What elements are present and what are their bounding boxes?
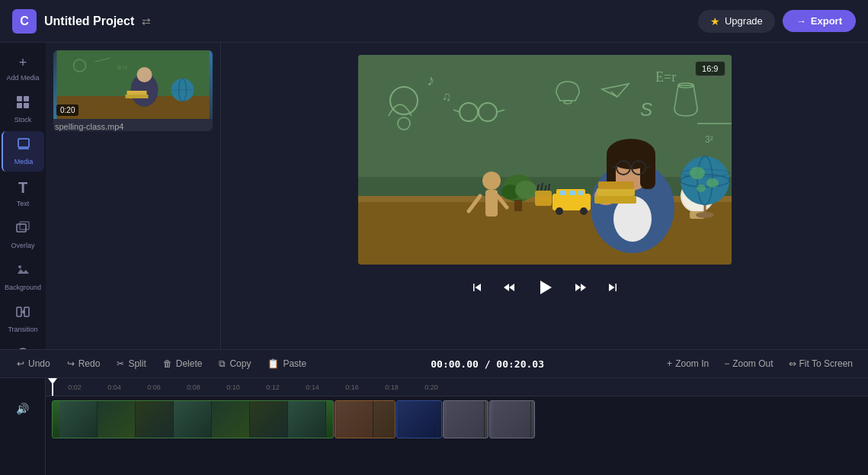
sidebar-item-logo[interactable]: Logo xyxy=(2,341,44,349)
sidebar-item-stock[interactable]: Stock xyxy=(2,89,44,130)
sidebar: + Add Media Stock Media xyxy=(0,43,46,349)
rename-icon[interactable]: ⇄ xyxy=(142,15,151,27)
sidebar-item-transition[interactable]: Transition xyxy=(2,299,44,339)
clip-thumb-6 xyxy=(250,401,288,438)
svg-rect-78 xyxy=(594,196,636,204)
sidebar-item-media[interactable]: Media xyxy=(2,131,44,172)
svg-marker-101 xyxy=(575,284,581,291)
thumbnail-preview: E=r 0:20 xyxy=(53,50,213,119)
split-button[interactable]: ✂ Split xyxy=(109,355,153,372)
timeline-main: 0:02 0:04 0:06 0:08 0:10 0:12 0:14 0:16 … xyxy=(46,378,868,475)
background-icon xyxy=(16,263,30,281)
aspect-ratio-badge: 16:9 xyxy=(695,61,725,76)
ruler-mark-0:12: 0:12 xyxy=(253,384,293,391)
delete-button[interactable]: 🗑 Delete xyxy=(155,355,210,372)
zoom-in-label: Zoom In xyxy=(675,358,709,369)
sidebar-item-label-text: Text xyxy=(17,200,30,207)
clip-thumbnails-4 xyxy=(447,401,485,438)
app-logo[interactable]: C xyxy=(12,9,37,34)
redo-button[interactable]: ↪ Redo xyxy=(59,355,108,372)
svg-point-93 xyxy=(697,185,706,192)
clip-thumbnails-2 xyxy=(335,401,395,438)
sidebar-item-add-media[interactable]: + Add Media xyxy=(2,49,44,88)
clip-thumb-5 xyxy=(212,401,250,438)
stock-icon xyxy=(16,95,30,113)
paste-icon: 📋 xyxy=(267,358,279,369)
clip-thumb-b1 xyxy=(400,401,438,438)
timeline-ruler: 0:02 0:04 0:06 0:08 0:10 0:12 0:14 0:16 … xyxy=(46,378,868,396)
sidebar-item-background[interactable]: Background xyxy=(2,257,44,297)
sidebar-item-overlay[interactable]: Overlay xyxy=(2,215,44,255)
zoom-out-button[interactable]: − Zoom Out xyxy=(718,355,779,372)
ruler-mark-0:08: 0:08 xyxy=(174,384,213,391)
paste-button[interactable]: 📋 Paste xyxy=(260,355,314,372)
copy-button[interactable]: ⧉ Copy xyxy=(211,355,258,372)
svg-point-91 xyxy=(690,167,705,179)
playhead[interactable] xyxy=(52,378,53,396)
redo-label: Redo xyxy=(78,358,101,369)
export-label: Export xyxy=(811,15,842,27)
play-button[interactable] xyxy=(531,274,559,301)
svg-point-20 xyxy=(137,67,152,82)
copy-label: Copy xyxy=(229,358,251,369)
ruler-mark-0:16: 0:16 xyxy=(332,384,372,391)
ruler-mark-0:20: 0:20 xyxy=(412,384,451,391)
current-time: 00:00.00 xyxy=(431,358,479,370)
timeline-left: 🔊 xyxy=(0,378,46,475)
rewind-button[interactable] xyxy=(499,278,519,297)
fast-forward-button[interactable] xyxy=(571,278,591,297)
main-content: + Add Media Stock Media xyxy=(0,43,868,349)
sidebar-item-label-overlay: Overlay xyxy=(11,242,34,249)
upgrade-button[interactable]: ★ Upgrade xyxy=(698,10,775,33)
zoom-out-label: Zoom Out xyxy=(732,358,773,369)
svg-rect-6 xyxy=(17,224,26,232)
bottom-section: ↩ Undo ↪ Redo ✂ Split 🗑 Delete ⧉ Copy 📋 … xyxy=(0,349,868,475)
svg-marker-96 xyxy=(473,284,475,291)
video-clip-1[interactable] xyxy=(52,400,334,438)
video-clip-4[interactable] xyxy=(443,400,488,438)
header: C Untitled Project ⇄ ★ Upgrade → Export xyxy=(0,0,868,43)
export-arrow-icon: → xyxy=(796,15,806,27)
zoom-out-minus-icon: − xyxy=(724,358,729,369)
svg-rect-24 xyxy=(126,95,149,98)
paste-label: Paste xyxy=(283,358,306,369)
transition-icon xyxy=(16,305,30,323)
sidebar-item-label-add-media: Add Media xyxy=(6,74,39,82)
video-clip-2[interactable] xyxy=(335,400,396,438)
upgrade-label: Upgrade xyxy=(725,15,763,27)
svg-marker-102 xyxy=(581,284,586,291)
undo-button[interactable]: ↩ Undo xyxy=(9,355,58,372)
svg-marker-98 xyxy=(509,284,514,291)
svg-marker-104 xyxy=(615,284,617,291)
svg-rect-1 xyxy=(24,96,29,101)
playhead-head xyxy=(48,378,57,384)
svg-rect-80 xyxy=(598,181,634,189)
skip-to-start-button[interactable] xyxy=(467,278,487,297)
svg-text:♫: ♫ xyxy=(442,90,451,103)
svg-rect-64 xyxy=(569,191,575,195)
redo-icon: ↪ xyxy=(67,358,75,369)
svg-rect-0 xyxy=(17,96,22,101)
svg-point-87 xyxy=(681,156,729,205)
media-thumbnail[interactable]: E=r 0:20 spelling-class.mp4 xyxy=(53,50,213,131)
clip-thumb-2 xyxy=(98,401,136,438)
delete-label: Delete xyxy=(176,358,203,369)
overlay-icon xyxy=(16,221,30,239)
skip-to-end-button[interactable] xyxy=(603,278,623,297)
svg-marker-103 xyxy=(609,284,615,291)
export-button[interactable]: → Export xyxy=(783,10,856,32)
video-clip-5[interactable] xyxy=(489,400,535,438)
fit-to-screen-button[interactable]: ⇔ Fit To Screen xyxy=(783,355,859,372)
header-right: ★ Upgrade → Export xyxy=(698,10,856,33)
zoom-in-button[interactable]: + Zoom In xyxy=(661,355,715,372)
sidebar-item-text[interactable]: T Text xyxy=(2,173,44,213)
timeline-tracks xyxy=(46,396,868,475)
delete-icon: 🗑 xyxy=(163,358,172,369)
ruler-mark-0:04: 0:04 xyxy=(94,384,134,391)
svg-marker-100 xyxy=(540,281,552,294)
clip-thumb-7 xyxy=(288,401,326,438)
ruler-mark-0:10: 0:10 xyxy=(213,384,253,391)
video-clip-3[interactable] xyxy=(396,400,442,438)
zoom-controls: + Zoom In − Zoom Out ⇔ Fit To Screen xyxy=(661,355,859,372)
preview-area: ♪ ♫ E=r S xyxy=(221,43,868,349)
